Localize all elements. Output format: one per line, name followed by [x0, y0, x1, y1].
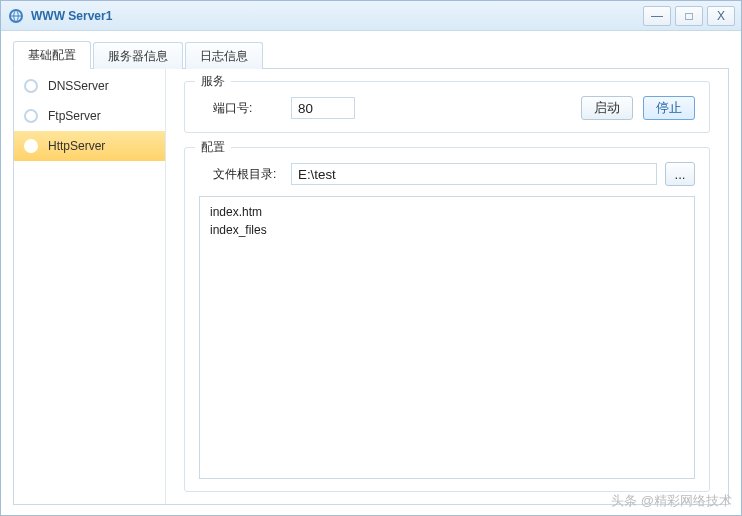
- tab-content: DNSServer FtpServer HttpServer 服务 端口号:: [13, 69, 729, 505]
- minimize-button[interactable]: —: [643, 6, 671, 26]
- root-dir-row: 文件根目录: ...: [199, 162, 695, 186]
- config-legend: 配置: [195, 139, 231, 156]
- main-panel: 服务 端口号: 启动 停止 配置 文件根目录: ...: [166, 69, 728, 504]
- stop-button[interactable]: 停止: [643, 96, 695, 120]
- tab-basic-config[interactable]: 基础配置: [13, 41, 91, 69]
- tab-log-info[interactable]: 日志信息: [185, 42, 263, 69]
- root-dir-input[interactable]: [291, 163, 657, 185]
- sidebar-item-label: DNSServer: [48, 79, 109, 93]
- window-title: WWW Server1: [31, 9, 643, 23]
- browse-button[interactable]: ...: [665, 162, 695, 186]
- config-group: 配置 文件根目录: ... index.htm index_files: [184, 147, 710, 492]
- app-icon: [7, 7, 25, 25]
- service-group: 服务 端口号: 启动 停止: [184, 81, 710, 133]
- root-dir-label: 文件根目录:: [199, 166, 291, 183]
- start-button[interactable]: 启动: [581, 96, 633, 120]
- list-item[interactable]: index.htm: [210, 203, 684, 221]
- service-row: 端口号: 启动 停止: [199, 96, 695, 120]
- list-item[interactable]: index_files: [210, 221, 684, 239]
- radio-icon: [24, 109, 38, 123]
- sidebar-item-httpserver[interactable]: HttpServer: [14, 131, 165, 161]
- tab-server-info[interactable]: 服务器信息: [93, 42, 183, 69]
- maximize-button[interactable]: □: [675, 6, 703, 26]
- sidebar: DNSServer FtpServer HttpServer: [14, 69, 166, 504]
- sidebar-item-dnsserver[interactable]: DNSServer: [14, 71, 165, 101]
- port-label: 端口号:: [199, 100, 291, 117]
- port-input[interactable]: [291, 97, 355, 119]
- service-legend: 服务: [195, 73, 231, 90]
- sidebar-item-label: HttpServer: [48, 139, 105, 153]
- file-list[interactable]: index.htm index_files: [199, 196, 695, 479]
- titlebar[interactable]: WWW Server1 — □ X: [1, 1, 741, 31]
- radio-icon: [24, 79, 38, 93]
- window-body: 基础配置 服务器信息 日志信息 DNSServer FtpServer Http…: [1, 31, 741, 515]
- tabs: 基础配置 服务器信息 日志信息: [13, 41, 729, 69]
- sidebar-item-ftpserver[interactable]: FtpServer: [14, 101, 165, 131]
- sidebar-item-label: FtpServer: [48, 109, 101, 123]
- app-window: WWW Server1 — □ X 基础配置 服务器信息 日志信息 DNSSer…: [0, 0, 742, 516]
- radio-icon: [24, 139, 38, 153]
- close-button[interactable]: X: [707, 6, 735, 26]
- window-controls: — □ X: [643, 6, 735, 26]
